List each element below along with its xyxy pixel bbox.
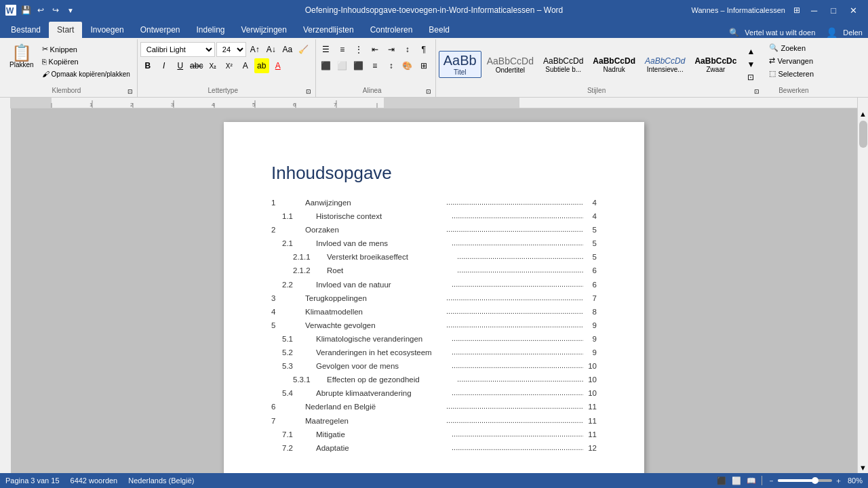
toc-entry-13: 5.3.1 Effecten op de gezondheid ........… xyxy=(271,374,597,385)
lettertype-expand[interactable]: ⊡ xyxy=(306,88,311,95)
close-button[interactable]: ✕ xyxy=(844,4,863,17)
align-left-button[interactable]: ⬛ xyxy=(319,58,334,73)
style-zwaar[interactable]: AaBbCcDc Zwaar xyxy=(690,55,741,75)
text-effects-button[interactable]: A xyxy=(238,58,253,73)
align-justify-button[interactable]: ≡ xyxy=(368,58,382,73)
style-subtiel[interactable]: AaBbCcDd Subtiele b... xyxy=(539,55,587,75)
case-button[interactable]: Aa xyxy=(280,42,295,57)
align-center-button[interactable]: ⬜ xyxy=(335,58,350,73)
plakken-button[interactable]: 📋 Plakken xyxy=(5,42,38,71)
restore-window-icon[interactable]: ⊞ xyxy=(793,5,800,15)
show-marks-button[interactable]: ¶ xyxy=(416,42,431,57)
outline-icon[interactable]: 📖 xyxy=(747,476,756,485)
styles-down-button[interactable]: ▼ xyxy=(743,58,758,71)
zoom-out-icon[interactable]: － xyxy=(768,476,775,486)
scroll-up-button[interactable]: ▲ xyxy=(858,108,868,119)
tab-start[interactable]: Start xyxy=(49,22,82,38)
clear-format-button[interactable]: 🧹 xyxy=(296,42,311,57)
zoom-thumb[interactable] xyxy=(812,477,818,484)
style-ondertitel[interactable]: AaBbCcDd Ondertitel xyxy=(483,54,538,75)
web-layout-icon[interactable]: ⬜ xyxy=(732,476,741,485)
subscript-button[interactable]: X₂ xyxy=(205,58,220,73)
toc-page: 8 xyxy=(583,306,597,317)
bullets-button[interactable]: ☰ xyxy=(319,42,334,57)
tab-controleren[interactable]: Controleren xyxy=(362,22,421,38)
print-layout-icon[interactable]: ⬛ xyxy=(717,476,726,485)
selecteer-button[interactable]: ⬚ Selecteren xyxy=(766,68,816,79)
language[interactable]: Nederlands (België) xyxy=(128,476,194,485)
zoom-in-icon[interactable]: ＋ xyxy=(835,476,842,486)
plakken-label: Plakken xyxy=(9,61,34,68)
underline-button[interactable]: U xyxy=(173,58,188,73)
toc-num: 5 xyxy=(271,320,305,331)
maximize-button[interactable]: □ xyxy=(825,4,842,17)
tab-indeling[interactable]: Indeling xyxy=(188,22,233,38)
highlight-button[interactable]: ab xyxy=(254,58,269,73)
plakken-icon: 📋 xyxy=(12,45,32,61)
zoom-track[interactable] xyxy=(778,479,832,482)
toc-entry-11: 5.2 Veranderingen in het ecosysteem ....… xyxy=(271,347,597,358)
increase-indent-button[interactable]: ⇥ xyxy=(384,42,399,57)
share-label[interactable]: Delen xyxy=(843,28,863,37)
klembord-group-label: Klembord xyxy=(5,87,127,96)
font-size-select[interactable]: 24 xyxy=(216,42,246,57)
svg-text:3: 3 xyxy=(171,102,174,108)
klembord-expand[interactable]: ⊡ xyxy=(127,88,133,95)
toc-text: Effecten op de gezondheid xyxy=(327,374,455,385)
page-indicator[interactable]: Pagina 3 van 15 xyxy=(5,476,60,485)
style-titel[interactable]: AaBb Titel xyxy=(439,51,481,78)
font-color-button[interactable]: A xyxy=(271,58,285,73)
style-nadruk[interactable]: AaBbCcDd Nadruk xyxy=(589,55,639,75)
tab-bestand[interactable]: Bestand xyxy=(3,22,49,38)
alinea-expand[interactable]: ⊡ xyxy=(426,88,431,95)
line-spacing-button[interactable]: ↕ xyxy=(384,58,399,73)
font-family-select[interactable]: Calibri Light xyxy=(140,42,215,57)
stijlen-expand[interactable]: ⊡ xyxy=(754,88,760,95)
scrollbar-thumb[interactable] xyxy=(859,121,867,148)
toc-page: 10 xyxy=(583,361,597,371)
superscript-button[interactable]: X² xyxy=(222,58,237,73)
right-scrollbar[interactable]: ▲ ▼ xyxy=(857,108,868,473)
shading-button[interactable]: 🎨 xyxy=(400,58,415,73)
decrease-indent-button[interactable]: ⇤ xyxy=(368,42,382,57)
font-shrink-button[interactable]: A↓ xyxy=(264,42,279,57)
multilevel-button[interactable]: ⋮ xyxy=(351,42,366,57)
tab-beeld[interactable]: Beeld xyxy=(420,22,458,38)
minimize-button[interactable]: ─ xyxy=(806,4,823,17)
zoom-level[interactable]: 80% xyxy=(848,476,863,485)
tab-invoegen[interactable]: Invoegen xyxy=(82,22,132,38)
ruler-container: 1 2 3 4 5 6 7 xyxy=(0,98,868,108)
numbering-button[interactable]: ≡ xyxy=(335,42,350,57)
undo-icon[interactable]: ↩ xyxy=(35,5,46,16)
styles-expand-button[interactable]: ⊡ xyxy=(743,70,758,83)
doc-area[interactable]: Inhoudsopgave 1 Aanwijzingen ...........… xyxy=(11,108,857,473)
italic-button[interactable]: I xyxy=(157,58,172,73)
tab-verwijzingen[interactable]: Verwijzingen xyxy=(233,22,295,38)
toc-page: 10 xyxy=(583,374,597,385)
font-grow-button[interactable]: A↑ xyxy=(248,42,262,57)
style-intensief[interactable]: AaBbCcDd Intensieve... xyxy=(641,55,689,75)
save-icon[interactable]: 💾 xyxy=(20,5,31,16)
zoom-slider[interactable]: － ＋ xyxy=(768,476,842,486)
toc-page: 6 xyxy=(583,279,597,290)
vervangen-button[interactable]: ⇄ Vervangen xyxy=(766,55,816,66)
align-right-button[interactable]: ⬛ xyxy=(351,58,366,73)
opmaak-button[interactable]: 🖌 Opmaak kopiëren/plakken xyxy=(39,68,133,79)
scroll-down-button[interactable]: ▼ xyxy=(858,462,868,473)
styles-up-button[interactable]: ▲ xyxy=(743,45,758,58)
strikethrough-button[interactable]: abc xyxy=(189,58,204,73)
customize-icon[interactable]: ▼ xyxy=(65,5,76,16)
tab-ontwerpen[interactable]: Ontwerpen xyxy=(132,22,189,38)
tell-input[interactable]: Vertel wat u wilt doen xyxy=(745,28,815,37)
word-count[interactable]: 6442 woorden xyxy=(71,476,118,485)
borders-button[interactable]: ⊞ xyxy=(416,58,431,73)
tab-verzendlijsten[interactable]: Verzendlijsten xyxy=(295,22,362,38)
scrollbar-track[interactable] xyxy=(858,119,869,462)
toc-num: 6 xyxy=(271,401,305,412)
zoeken-button[interactable]: 🔍 Zoeken xyxy=(766,42,808,54)
knippen-button[interactable]: ✂ Knippen xyxy=(39,43,133,55)
bold-button[interactable]: B xyxy=(140,58,155,73)
sort-button[interactable]: ↕ xyxy=(400,42,415,57)
redo-icon[interactable]: ↪ xyxy=(50,5,61,16)
kopieren-button[interactable]: ⎘ Kopiëren xyxy=(39,56,133,67)
